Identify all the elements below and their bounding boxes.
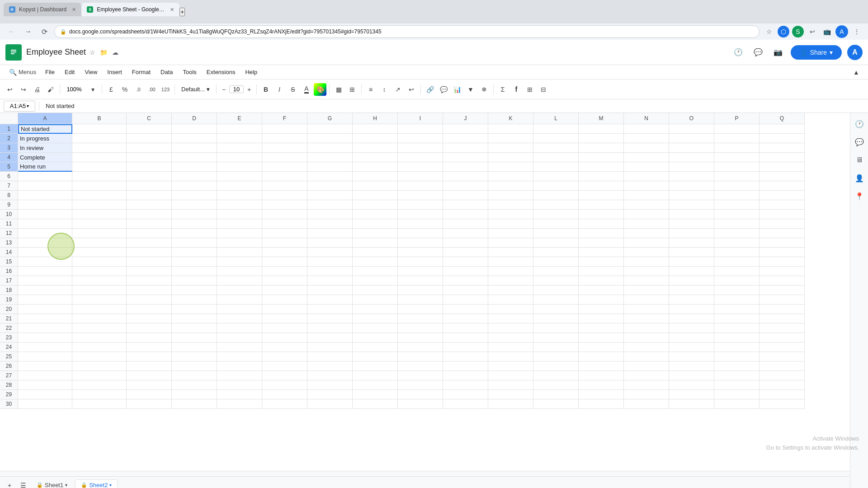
cell-c12[interactable] [127,229,172,238]
cell-g26[interactable] [307,361,353,371]
decimal-decrease-button[interactable]: .0 [132,83,145,96]
cell-f7[interactable] [262,181,307,191]
cell-b14[interactable] [72,248,127,257]
cell-q24[interactable] [760,343,805,352]
cell-l25[interactable] [533,352,579,361]
cell-q13[interactable] [760,238,805,248]
cell-n12[interactable] [624,229,669,238]
cell-g23[interactable] [307,333,353,343]
cell-l9[interactable] [533,200,579,210]
cell-l21[interactable] [533,314,579,324]
cell-m8[interactable] [579,191,624,200]
cell-e2[interactable] [217,134,262,143]
cell-j8[interactable] [443,191,488,200]
insert-comment-button[interactable]: 💬 [437,83,450,96]
cell-f24[interactable] [262,343,307,352]
undo-button[interactable]: ↩ [4,83,16,96]
functions-button[interactable]: ⊞ [524,83,536,96]
cell-e27[interactable] [217,371,262,380]
cell-f27[interactable] [262,371,307,380]
cell-m2[interactable] [579,134,624,143]
cell-b10[interactable] [72,210,127,219]
kopyst-tab-close[interactable]: ✕ [72,7,76,13]
cell-h20[interactable] [353,305,398,314]
cell-m22[interactable] [579,324,624,333]
cell-p18[interactable] [714,286,760,295]
cell-c2[interactable] [127,134,172,143]
cell-m21[interactable] [579,314,624,324]
cell-b27[interactable] [72,371,127,380]
cell-a30[interactable] [18,399,72,409]
cell-h28[interactable] [353,380,398,390]
cell-h21[interactable] [353,314,398,324]
cell-g19[interactable] [307,295,353,305]
cell-g29[interactable] [307,390,353,399]
col-header-q[interactable]: Q [760,113,805,124]
move-button[interactable]: 📁 [99,48,108,57]
cell-e29[interactable] [217,390,262,399]
cell-g12[interactable] [307,229,353,238]
cell-k15[interactable] [488,257,533,267]
cell-h27[interactable] [353,371,398,380]
cell-f6[interactable] [262,172,307,181]
cell-j13[interactable] [443,238,488,248]
cell-a14[interactable] [18,248,72,257]
row-num-7[interactable]: 7 [0,181,18,191]
cell-m24[interactable] [579,343,624,352]
cell-j17[interactable] [443,276,488,286]
cell-e19[interactable] [217,295,262,305]
cell-b24[interactable] [72,343,127,352]
cell-p17[interactable] [714,276,760,286]
cell-h30[interactable] [353,399,398,409]
cell-h24[interactable] [353,343,398,352]
cell-q9[interactable] [760,200,805,210]
cell-m13[interactable] [579,238,624,248]
cell-g1[interactable] [307,124,353,134]
row-num-19[interactable]: 19 [0,295,18,305]
cell-h6[interactable] [353,172,398,181]
cell-d26[interactable] [172,361,217,371]
cell-c30[interactable] [127,399,172,409]
cell-o10[interactable] [669,210,714,219]
cell-o3[interactable] [669,143,714,153]
bookmark-button[interactable]: ☆ [763,26,775,38]
cell-j22[interactable] [443,324,488,333]
cell-e16[interactable] [217,267,262,276]
cell-c21[interactable] [127,314,172,324]
decimal-increase-button[interactable]: .00 [146,83,158,96]
cell-b22[interactable] [72,324,127,333]
cell-a5[interactable]: Home run [18,162,72,172]
cell-h19[interactable] [353,295,398,305]
cell-a1[interactable]: Not started [18,124,72,134]
sheet-list-button[interactable]: ☰ [17,479,29,488]
col-header-a[interactable]: A [18,113,72,124]
cell-e3[interactable] [217,143,262,153]
cell-m25[interactable] [579,352,624,361]
cell-i11[interactable] [398,219,443,229]
cell-l1[interactable] [533,124,579,134]
cell-m15[interactable] [579,257,624,267]
cell-b26[interactable] [72,361,127,371]
cell-g2[interactable] [307,134,353,143]
cell-n15[interactable] [624,257,669,267]
cell-l20[interactable] [533,305,579,314]
cell-g21[interactable] [307,314,353,324]
cell-p9[interactable] [714,200,760,210]
cell-b7[interactable] [72,181,127,191]
cell-e11[interactable] [217,219,262,229]
cell-c17[interactable] [127,276,172,286]
search-menus-button[interactable]: 🔍 Menus [5,66,40,79]
cell-f22[interactable] [262,324,307,333]
cell-q21[interactable] [760,314,805,324]
cell-e25[interactable] [217,352,262,361]
cell-j10[interactable] [443,210,488,219]
cell-k24[interactable] [488,343,533,352]
col-header-i[interactable]: I [398,113,443,124]
text-align-button[interactable]: ≡ [364,83,377,96]
cell-a9[interactable] [18,200,72,210]
cell-a15[interactable] [18,257,72,267]
cell-n10[interactable] [624,210,669,219]
cell-l16[interactable] [533,267,579,276]
cell-p26[interactable] [714,361,760,371]
row-num-26[interactable]: 26 [0,361,18,371]
